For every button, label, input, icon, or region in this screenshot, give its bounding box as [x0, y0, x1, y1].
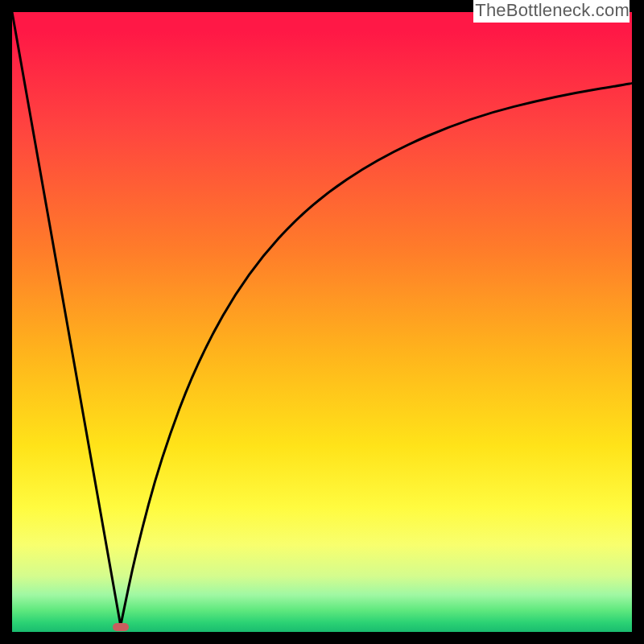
min-marker	[113, 623, 129, 632]
watermark-text: TheBottleneck.com	[473, 0, 630, 23]
curve-svg	[12, 12, 632, 632]
curve-path	[12, 12, 632, 625]
chart-frame: TheBottleneck.com	[0, 0, 644, 644]
plot-area	[12, 12, 632, 632]
